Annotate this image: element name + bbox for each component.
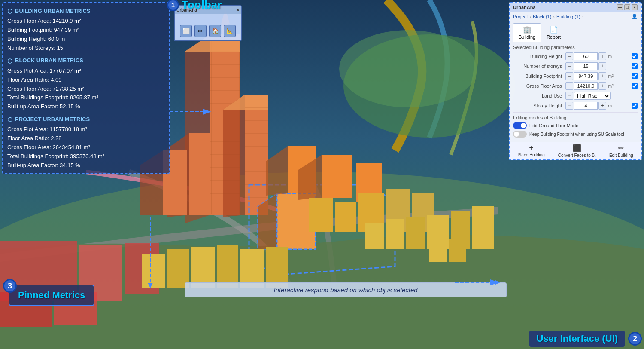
- param-storey-height-plus[interactable]: +: [598, 102, 606, 110]
- interactive-bar-text: Interactive respond based on which obj i…: [273, 286, 417, 294]
- toolbar-close-btn[interactable]: ×: [237, 8, 239, 12]
- param-height-value: 60: [574, 52, 598, 60]
- param-storeys-minus[interactable]: −: [565, 62, 573, 70]
- svg-rect-48: [449, 239, 466, 262]
- svg-rect-41: [365, 223, 384, 249]
- building-metric-2: Building Footprint: 947.39 m²: [7, 26, 164, 35]
- pinned-badge-num: 3: [3, 279, 17, 293]
- btn-edit-building[interactable]: ✏ Edit Building: [609, 144, 633, 158]
- param-row-height: Building Height − 60 + m: [513, 52, 638, 60]
- mode-label-footprint-keep: Keep Building Footprint when using SU Sc…: [529, 132, 624, 137]
- param-landuse-dropdown[interactable]: High Rise Mid Rise Low Rise Commercial R…: [574, 92, 611, 100]
- project-metric-5: Built-up Area Factor: 34.15 %: [7, 161, 164, 170]
- svg-rect-46: [472, 206, 494, 249]
- param-gfa-value: 14210.9: [574, 82, 598, 90]
- panel-tabs[interactable]: 🏢 Building 📄 Report: [510, 21, 641, 42]
- toolbar-icon-select[interactable]: ⬜: [180, 25, 192, 37]
- pinned-title: Pinned Metrics: [18, 290, 85, 301]
- panel-body: Selected Building parameters Building He…: [510, 42, 641, 142]
- project-metric-2: Floor Area Ratio: 2.28: [7, 134, 164, 143]
- param-gfa-minus[interactable]: −: [565, 82, 573, 90]
- param-height-check[interactable]: [632, 53, 638, 59]
- svg-rect-36: [309, 198, 333, 232]
- panel-window-controls[interactable]: — □ ×: [617, 4, 638, 10]
- block-metric-2: Floor Area Ratio: 4.09: [7, 76, 164, 85]
- svg-rect-22: [245, 95, 268, 215]
- place-building-icon: +: [529, 144, 533, 152]
- svg-rect-56: [191, 247, 215, 288]
- param-row-footprint: Building Footprint − 947.39 + m²: [513, 72, 638, 80]
- toolbar-icon-edit[interactable]: ✏: [194, 25, 207, 37]
- ui-badge: User Interface (UI) 2: [529, 331, 642, 347]
- diamond-icon-block: ⬡: [7, 56, 12, 66]
- param-storeys-check[interactable]: [632, 63, 638, 69]
- report-tab-icon: 📄: [550, 25, 558, 34]
- param-footprint-check[interactable]: [632, 73, 638, 79]
- svg-rect-47: [429, 241, 447, 262]
- metrics-panel: ⬡ BUILDING URBAN METRICS Gross Floor Are…: [2, 2, 170, 174]
- breadcrumb-project[interactable]: Project: [513, 14, 528, 19]
- tab-report[interactable]: 📄 Report: [541, 23, 566, 42]
- param-label-gfa: Gross Floor Area: [513, 83, 565, 89]
- project-metrics-title: ⬡ PROJECT URBAN METRICS: [7, 115, 164, 124]
- svg-rect-43: [406, 217, 425, 249]
- param-footprint-unit: m²: [608, 73, 619, 79]
- toggle-knob-footprint-keep: [514, 132, 519, 137]
- btn-place-building[interactable]: + Place Building: [517, 144, 544, 158]
- param-storeys-plus[interactable]: +: [598, 62, 606, 70]
- param-footprint-minus[interactable]: −: [565, 72, 573, 80]
- building-metrics-title: ⬡ BUILDING URBAN METRICS: [7, 6, 164, 16]
- svg-marker-23: [223, 95, 245, 217]
- panel-min-btn[interactable]: —: [617, 4, 623, 10]
- project-metric-3: Gross Floor Area: 2643454.81 m²: [7, 143, 164, 152]
- toolbar-icon-measure[interactable]: 📐: [224, 25, 236, 37]
- tab-building-label: Building: [519, 34, 535, 40]
- param-storey-height-minus[interactable]: −: [565, 102, 573, 110]
- svg-point-3: [339, 30, 477, 107]
- toggle-groundfloor[interactable]: [513, 122, 527, 129]
- tab-building[interactable]: 🏢 Building: [513, 23, 541, 42]
- breadcrumb-expand-btn[interactable]: 👤: [632, 14, 638, 19]
- panel-max-btn[interactable]: □: [624, 4, 630, 10]
- ui-badge-label: User Interface (UI): [529, 331, 625, 347]
- param-row-storey-height: Storey Height − 4 + m: [513, 102, 638, 110]
- building-metric-1: Gross Floor Area: 14210.9 m²: [7, 17, 164, 26]
- panel-close-btn[interactable]: ×: [632, 4, 638, 10]
- param-landuse-minus[interactable]: −: [565, 92, 573, 100]
- breadcrumb-block[interactable]: Block (1): [533, 14, 551, 19]
- param-gfa-check[interactable]: [632, 83, 638, 89]
- param-row-landuse: Land Use − High Rise Mid Rise Low Rise C…: [513, 92, 638, 100]
- params-section-title: Selected Building parameters: [513, 45, 638, 50]
- param-storey-height-check[interactable]: [632, 103, 638, 109]
- project-metric-4: Total Buildings Footprint: 395376.48 m²: [7, 152, 164, 161]
- interactive-bar: Interactive respond based on which obj i…: [185, 282, 507, 297]
- svg-rect-59: [266, 247, 288, 288]
- svg-rect-25: [189, 133, 210, 215]
- pinned-metrics: 3 Pinned Metrics: [9, 285, 94, 306]
- toolbar-icon-building[interactable]: 🏠: [209, 25, 221, 37]
- right-panel[interactable]: UrbanAna — □ × Project › Block (1) › Bui…: [509, 2, 642, 160]
- toolbar-popup[interactable]: UrbanAna × ⬜ ✏ 🏠 📐 1 Toolbar: [174, 5, 242, 41]
- toolbar-content: ⬜ ✏ 🏠 📐: [178, 23, 237, 39]
- breadcrumb-building[interactable]: Building (1): [556, 14, 580, 19]
- btn-convert-faces[interactable]: ⬛ Convert Faces to B.: [558, 144, 596, 158]
- block-metric-5: Built-up Area Factor: 52.15 %: [7, 102, 164, 111]
- param-height-plus[interactable]: +: [598, 52, 606, 60]
- panel-bottom-bar[interactable]: + Place Building ⬛ Convert Faces to B. ✏…: [510, 142, 641, 159]
- param-storey-height-value: 4: [574, 102, 598, 110]
- param-height-unit: m: [608, 54, 619, 59]
- param-gfa-plus[interactable]: +: [598, 82, 606, 90]
- param-footprint-plus[interactable]: +: [598, 72, 606, 80]
- param-label-storey-height: Storey Height: [513, 103, 565, 108]
- convert-faces-label: Convert Faces to B.: [558, 153, 596, 158]
- block-metric-3: Gross Floor Area: 72738.25 m²: [7, 85, 164, 94]
- toggle-knob-groundfloor: [521, 123, 526, 128]
- param-label-height: Building Height: [513, 54, 565, 59]
- param-row-gfa: Gross Floor Area − 14210.9 + m²: [513, 82, 638, 90]
- svg-rect-42: [386, 219, 404, 249]
- svg-rect-54: [142, 254, 165, 288]
- param-height-minus[interactable]: −: [565, 52, 573, 60]
- svg-rect-37: [335, 202, 356, 232]
- mode-row-footprint-keep: Keep Building Footprint when using SU Sc…: [513, 131, 638, 138]
- toggle-footprint-keep[interactable]: [513, 131, 527, 138]
